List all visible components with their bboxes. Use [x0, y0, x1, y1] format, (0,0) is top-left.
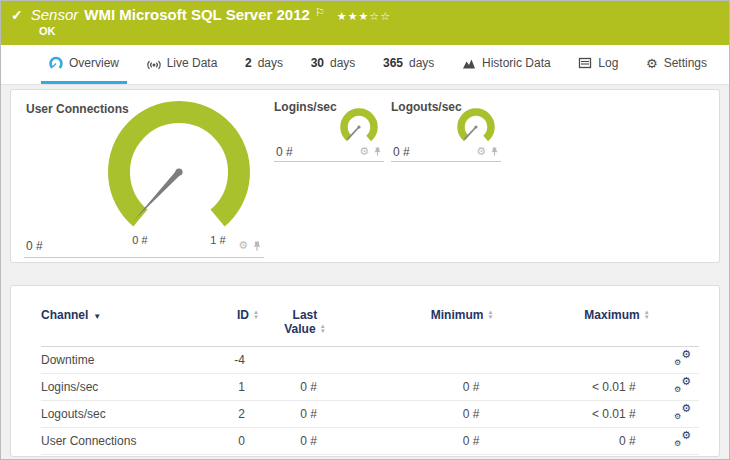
log-icon	[578, 56, 592, 70]
id-cell: 0	[195, 428, 259, 455]
id-cell: -4	[195, 347, 259, 374]
channel-settings-button[interactable]: ⚙⚙	[674, 405, 691, 420]
tab-label: days	[258, 56, 283, 70]
col-header-minimum[interactable]: Minimum▲▼	[331, 300, 493, 347]
sort-icon: ▲▼	[320, 324, 326, 334]
last-value-cell: 0 #	[259, 428, 331, 455]
tab-label: Live Data	[167, 56, 218, 70]
gear-icon: ⚙	[674, 440, 681, 448]
last-value-cell: 0 #	[259, 374, 331, 401]
tab-log[interactable]: Log	[570, 45, 626, 84]
channel-settings-button[interactable]: ⚙⚙	[674, 351, 691, 366]
live-data-icon	[147, 56, 161, 71]
tab-live-data[interactable]: Live Data	[139, 45, 226, 84]
gauge-title: Logins/sec	[274, 100, 337, 114]
last-value-cell	[259, 347, 331, 374]
channel-name-cell: Logins/sec	[41, 374, 195, 401]
last-value-cell: 0 #	[259, 401, 331, 428]
minimum-cell	[331, 347, 493, 374]
sort-desc-icon: ▼	[93, 312, 101, 321]
col-header-label: Last Value	[284, 308, 317, 336]
channel-name-cell: Downtime	[41, 347, 195, 374]
pin-icon[interactable]	[490, 147, 499, 156]
col-header-id[interactable]: ID▲▼	[195, 300, 259, 347]
minimum-cell: 0 #	[331, 374, 493, 401]
sensor-kind-label: Sensor	[31, 6, 79, 23]
col-header-maximum[interactable]: Maximum▲▼	[493, 300, 649, 347]
maximum-cell: 0 #	[493, 428, 649, 455]
sensor-header: ✓ Sensor WMI Microsoft SQL Server 2012 ⚐…	[1, 1, 729, 45]
gear-icon: ⚙	[681, 403, 691, 414]
channel-name-cell: User Connections	[41, 428, 195, 455]
priority-stars[interactable]: ★★★☆☆	[337, 10, 391, 23]
tab-historic-data[interactable]: Historic Data	[454, 45, 559, 84]
channel-name-cell: Logouts/sec	[41, 401, 195, 428]
gear-icon[interactable]: ⚙	[359, 146, 369, 157]
settings-gear-icon: ⚙	[646, 57, 658, 70]
gauge-value: 0 #	[393, 145, 410, 159]
id-cell: 1	[195, 374, 259, 401]
gear-icon: ⚙	[681, 430, 691, 441]
minimum-cell: 0 #	[331, 401, 493, 428]
col-header-actions	[650, 300, 699, 347]
gear-icon[interactable]: ⚙	[476, 146, 486, 157]
tab-30-days[interactable]: 30 days	[303, 45, 364, 84]
table-row-downtime: Downtime -4 ⚙⚙	[41, 347, 699, 374]
tab-365-days[interactable]: 365 days	[375, 45, 442, 84]
maximum-cell: < 0.01 #	[493, 401, 649, 428]
col-header-channel[interactable]: Channel▼	[41, 300, 195, 347]
status-check-icon: ✓	[11, 7, 23, 23]
id-cell: 2	[195, 401, 259, 428]
gauges-panel: User Connections 0 # 1 # 0 # ⚙	[10, 89, 720, 263]
gear-icon[interactable]: ⚙	[238, 240, 248, 251]
pin-icon[interactable]	[373, 147, 382, 156]
tab-settings[interactable]: ⚙ Settings	[638, 45, 715, 84]
gauge-tile-logins: Logins/sec 0 # ⚙	[274, 98, 384, 162]
tab-label: Historic Data	[482, 56, 551, 70]
tab-2-days[interactable]: 2 days	[237, 45, 291, 84]
gear-icon: ⚙	[674, 413, 681, 421]
pin-icon[interactable]	[252, 241, 262, 251]
content-area: User Connections 0 # 1 # 0 # ⚙	[1, 85, 729, 460]
channel-settings-button[interactable]: ⚙⚙	[674, 432, 691, 447]
minimum-cell: 0 #	[331, 428, 493, 455]
col-header-last-value[interactable]: Last Value▲▼	[259, 300, 331, 347]
overview-gauge-icon	[49, 56, 63, 70]
table-row-user-connections: User Connections 0 0 # 0 # 0 # ⚙⚙	[41, 428, 699, 455]
tab-number: 30	[311, 56, 324, 70]
gauge-value: 0 #	[276, 145, 293, 159]
tab-label: Overview	[69, 56, 119, 70]
gauge-needle	[134, 170, 181, 220]
gauge-tile-logouts: Logouts/sec 0 # ⚙	[391, 98, 501, 162]
channels-panel: Channel▼ ID▲▼ Last Value▲▼ Minimum▲▼ Max	[10, 285, 720, 457]
tab-label: Log	[598, 56, 618, 70]
col-header-label: Minimum	[431, 308, 484, 322]
maximum-cell: < 0.01 #	[493, 374, 649, 401]
gear-icon: ⚙	[681, 349, 691, 360]
tab-label: days	[330, 56, 355, 70]
historic-data-icon	[462, 56, 476, 70]
tab-overview[interactable]: Overview	[41, 45, 127, 84]
sensor-title: WMI Microsoft SQL Server 2012	[84, 6, 310, 23]
tab-label: Settings	[664, 56, 707, 70]
col-header-label: ID	[237, 308, 249, 322]
channel-settings-button[interactable]: ⚙⚙	[674, 378, 691, 393]
gear-icon: ⚙	[674, 359, 681, 367]
table-row-logouts: Logouts/sec 2 0 # 0 # < 0.01 # ⚙⚙	[41, 401, 699, 428]
tab-label: days	[409, 56, 434, 70]
sort-icon: ▲▼	[644, 310, 650, 320]
flag-icon[interactable]: ⚐	[315, 6, 325, 19]
tab-bar: Overview Live Data 2 days 30 days 365	[1, 45, 729, 85]
tab-number: 365	[383, 56, 403, 70]
status-badge: OK	[39, 25, 719, 37]
gear-icon: ⚙	[681, 376, 691, 387]
gauge-value: 0 #	[26, 239, 43, 253]
sort-icon: ▲▼	[487, 310, 493, 320]
col-header-label: Maximum	[584, 308, 639, 322]
gear-icon: ⚙	[674, 386, 681, 394]
sensor-overview-page: ✓ Sensor WMI Microsoft SQL Server 2012 ⚐…	[0, 0, 730, 460]
maximum-cell	[493, 347, 649, 374]
user-connections-gauge	[94, 96, 264, 246]
channels-table: Channel▼ ID▲▼ Last Value▲▼ Minimum▲▼ Max	[41, 300, 699, 455]
gauge-tile-user-connections: User Connections 0 # 1 # 0 # ⚙	[24, 98, 264, 258]
